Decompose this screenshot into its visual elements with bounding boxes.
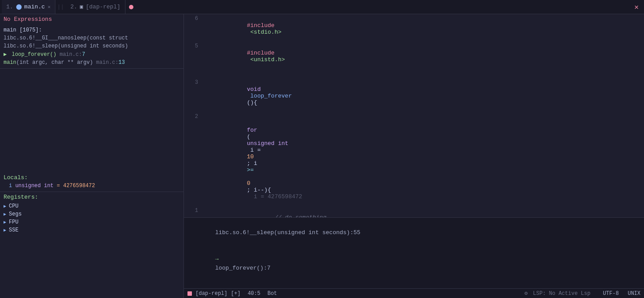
stack-file-3: main.c:	[59, 51, 82, 58]
line-content-4: for ( unsigned int i = 10 ; i >= 0 ; i--…	[211, 114, 644, 207]
locals-item-0: i unsigned int = 4276598472	[4, 183, 180, 189]
tab-2-icon: ▣	[80, 4, 83, 10]
code-line-empty-1	[184, 70, 644, 79]
tab-1-icon: ⬤	[16, 4, 22, 10]
tab-1-num: 1.	[6, 4, 13, 10]
status-repl-name: [dap-repl]	[195, 290, 227, 297]
tab-bar: 1. ⬤ main.c ✕ || 2. ▣ [dap-repl] ✕	[0, 0, 644, 14]
code-line-1: 6 #include <stdio.h>	[184, 15, 644, 43]
locals-section: Locals: i unsigned int = 4276598472	[0, 172, 183, 192]
stack-item-2[interactable]: libc.so.6!__sleep(unsigned int seconds)	[0, 42, 183, 50]
line-num-4: 2	[184, 114, 202, 120]
stack-args-4: (int argc, char ** argv)	[16, 59, 93, 66]
register-sse[interactable]: ▶ SSE	[4, 226, 180, 234]
line-num-1: 6	[184, 16, 202, 22]
tab-separator: ||	[57, 4, 64, 10]
status-repl-extra: [+]	[231, 290, 241, 297]
stack-label-1: libc.so.6!__GI___nanosleep(const struct	[4, 35, 128, 41]
triangle-fpu-icon: ▶	[4, 220, 6, 225]
tab-1-name: main.c	[24, 4, 45, 10]
repl-line-1: → loop_forever():7	[187, 246, 640, 282]
stack-item-4[interactable]: main(int argc, char ** argv) main.c:13	[0, 59, 183, 67]
stack-file-4: main.c:	[96, 59, 118, 66]
register-fpu-label: FPU	[9, 219, 19, 225]
left-panel: No Expressions main [1075]: libc.so.6!__…	[0, 14, 184, 298]
register-fpu[interactable]: ▶ FPU	[4, 218, 180, 226]
repl-text-0: libc.so.6!__sleep(unsigned int seconds):…	[215, 229, 360, 236]
call-stack-section: main [1075]: libc.so.6!__GI___nanosleep(…	[0, 24, 183, 69]
locals-label: Locals:	[4, 174, 180, 181]
line-num-3: 3	[184, 79, 202, 86]
registers-label: Registers:	[4, 194, 180, 200]
line-content-1: #include <stdio.h>	[211, 16, 644, 42]
tab-2-num: 2.	[70, 4, 78, 10]
triangle-cpu-icon: ▶	[4, 204, 6, 209]
repl-panel[interactable]: libc.so.6!__sleep(unsigned int seconds):…	[184, 217, 644, 288]
register-cpu[interactable]: ▶ CPU	[4, 202, 180, 210]
status-format: UNIX	[628, 290, 640, 297]
main-area: No Expressions main [1075]: libc.so.6!__…	[0, 14, 644, 298]
locals-type-0: unsigned int	[15, 183, 53, 189]
register-cpu-label: CPU	[9, 203, 19, 209]
code-line-3: 3 void loop_forever (){	[184, 79, 644, 113]
unsaved-indicator	[129, 5, 133, 9]
stack-label-3: loop_forever()	[12, 51, 56, 58]
registers-section: Registers: ▶ CPU ▶ Segs ▶ FPU ▶ SSE	[0, 192, 183, 298]
stack-item-3[interactable]: ▶ loop_forever() main.c:7	[0, 50, 183, 59]
stack-label-2: libc.so.6!__sleep(unsigned int seconds)	[4, 43, 128, 49]
triangle-segs-icon: ▶	[4, 212, 6, 217]
tab-1-close[interactable]: ✕	[47, 4, 51, 10]
close-editor-button[interactable]: ✕	[631, 3, 642, 12]
line-content-2: #include <unistd.h>	[211, 43, 644, 70]
no-expressions-label: No Expressions	[4, 16, 52, 23]
tab-2-name: [dap-repl]	[86, 4, 121, 10]
status-bar: [dap-repl] [+] 40:5 Bot ⚙ LSP: No Active…	[184, 288, 644, 298]
line-content-5: // do something	[211, 208, 644, 217]
stack-item-0[interactable]: main [1075]:	[0, 26, 183, 34]
stack-item-1[interactable]: libc.so.6!__GI___nanosleep(const struct	[0, 34, 183, 42]
expressions-section: No Expressions	[0, 14, 183, 24]
code-line-5: 1 // do something	[184, 207, 644, 217]
repl-text-1: loop_forever():7	[215, 265, 270, 271]
repl-arrow-icon: →	[215, 256, 222, 263]
stack-spacer	[0, 69, 183, 172]
code-line-4: 2 for ( unsigned int i = 10 ; i >= 0 ; i…	[184, 113, 644, 207]
line-num-2: 5	[184, 43, 202, 49]
triangle-sse-icon: ▶	[4, 227, 6, 233]
right-panel: 6 #include <stdio.h> 5 #include <unistd.…	[184, 14, 644, 298]
repl-line-0: libc.so.6!__sleep(unsigned int seconds):…	[187, 220, 640, 246]
tab-dap-repl[interactable]: 2. ▣ [dap-repl]	[66, 0, 125, 14]
locals-varname-0: i	[9, 183, 12, 189]
stack-label-0: main [1075]:	[4, 27, 42, 33]
status-gear-icon: ⚙	[524, 290, 527, 297]
line-num-5: 1	[184, 208, 202, 214]
code-editor[interactable]: 6 #include <stdio.h> 5 #include <unistd.…	[184, 14, 644, 217]
stack-line-num-4: 13	[118, 59, 125, 66]
status-right-group: ⚙ LSP: No Active Lsp UTF-8 UNIX	[524, 290, 640, 297]
status-lsp-label: LSP: No Active Lsp	[533, 290, 591, 297]
code-line-2: 5 #include <unistd.h>	[184, 43, 644, 70]
status-scroll: Bot	[267, 290, 277, 297]
locals-val-0: = 4276598472	[57, 183, 95, 189]
stack-line-3: 7	[82, 51, 85, 58]
status-indicator-icon	[187, 291, 192, 296]
register-sse-label: SSE	[9, 227, 19, 233]
stack-fn-4: main	[4, 59, 16, 66]
status-encoding: UTF-8	[603, 290, 619, 297]
tab-main-c[interactable]: 1. ⬤ main.c ✕	[2, 0, 55, 14]
repl-line-2: main(int argc, char ** argv):13	[187, 282, 640, 288]
active-frame-arrow: ▶	[4, 51, 7, 58]
status-position: 40:5	[248, 290, 261, 297]
register-segs[interactable]: ▶ Segs	[4, 210, 180, 218]
register-segs-label: Segs	[9, 211, 22, 217]
line-content-3: void loop_forever (){	[211, 79, 644, 113]
